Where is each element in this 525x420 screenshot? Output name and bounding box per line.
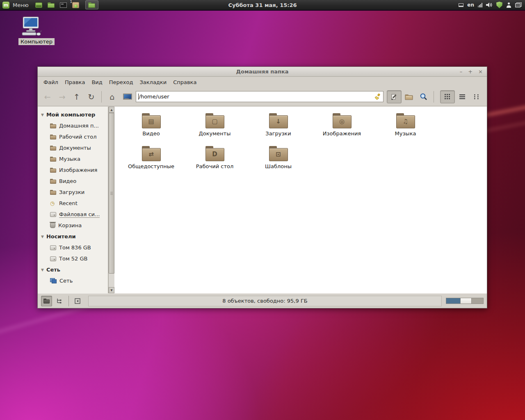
folder-desktop[interactable]: D Рабочий стол	[183, 144, 247, 177]
sidebar-item-music[interactable]: Музыка	[38, 153, 108, 164]
home-button[interactable]: ⌂	[105, 90, 119, 103]
sidebar-section-media[interactable]: ▼ Носители	[38, 231, 108, 242]
tree-pane-button[interactable]	[53, 296, 64, 306]
network-signal-icon[interactable]	[478, 3, 482, 7]
user-account-icon[interactable]	[506, 2, 511, 8]
expander-triangle-icon[interactable]: ▼	[41, 113, 44, 117]
folder-label: Загрузки	[265, 130, 291, 137]
minimize-button[interactable]: –	[460, 67, 463, 76]
zoom-slider[interactable]	[446, 298, 484, 304]
folder-public[interactable]: ⇄ Общедоступные	[119, 144, 183, 177]
music-emblem-icon: ♫	[396, 118, 415, 125]
file-view[interactable]: ▤ Видео ▢ Документы ↓ Загрузки ◎ Изображ…	[114, 107, 487, 293]
sidebar-item-desktop[interactable]: Рабочий стол	[38, 131, 108, 142]
folder-downloads[interactable]: ↓ Загрузки	[247, 112, 310, 144]
sidebar-section-computer[interactable]: ▼ Мой компьютер	[38, 109, 108, 120]
folder-music[interactable]: ♫ Музыка	[374, 112, 437, 144]
toggle-location-entry-button[interactable]	[387, 90, 402, 103]
sidebar-item-downloads[interactable]: Загрузки	[38, 187, 108, 198]
section-label: Носители	[46, 233, 76, 240]
folder-pictures[interactable]: ◎ Изображения	[310, 112, 374, 144]
menu-file[interactable]: Файл	[40, 78, 62, 87]
sidebar-item-volume-52[interactable]: Том 52 GB	[38, 253, 108, 264]
trash-icon	[50, 223, 55, 228]
keyboard-layout-indicator[interactable]: en	[467, 2, 474, 8]
desktop-computer-icon[interactable]: Компьютер	[18, 16, 55, 45]
status-text: 8 объектов, свободно: 95,9 ГБ	[222, 298, 307, 304]
sidebar-item-documents[interactable]: Документы	[38, 142, 108, 153]
sidebar-item-home[interactable]: Домашняя п...	[38, 120, 108, 131]
close-button[interactable]: ×	[478, 67, 483, 76]
search-button[interactable]	[416, 90, 431, 103]
document-emblem-icon: ▢	[205, 118, 224, 125]
expander-triangle-icon[interactable]: ▼	[41, 268, 44, 272]
sidebar-scrollbar[interactable]: ▲ ▼	[108, 107, 114, 293]
sidebar-item-network[interactable]: Сеть	[38, 275, 108, 286]
menu-bookmarks[interactable]: Закладки	[136, 78, 170, 87]
scrollbar-thumb[interactable]	[109, 113, 114, 274]
folder-icon: ⇄	[142, 146, 161, 161]
menu-edit[interactable]: Правка	[62, 78, 88, 87]
sidebar-item-label: Том 836 GB	[59, 244, 91, 251]
sidebar-item-recent[interactable]: ◷ Recent	[38, 198, 108, 209]
displays-icon[interactable]	[515, 2, 522, 7]
window-titlebar[interactable]: Домашняя папка – + ×	[38, 67, 487, 77]
sidebar-item-label: Документы	[59, 145, 91, 151]
sidebar-item-videos[interactable]: Видео	[38, 176, 108, 187]
minimized-window-icon[interactable]	[459, 3, 463, 7]
panel-clock[interactable]: Суббота 31 мая, 15:26	[0, 2, 525, 8]
up-button[interactable]: ↑	[69, 90, 84, 103]
statusbar-separator	[68, 296, 69, 306]
folder-templates[interactable]: ⊡ Шаблоны	[247, 144, 310, 177]
sidebar-item-trash[interactable]: Корзина	[38, 220, 108, 231]
folder-icon: ↓	[269, 113, 288, 128]
location-bar[interactable]: /home/user	[136, 91, 384, 102]
refresh-button[interactable]: ↻	[84, 90, 99, 103]
volume-icon[interactable]	[486, 2, 493, 8]
computer-monitor-icon	[18, 16, 43, 37]
sidebar-item-volume-836[interactable]: Том 836 GB	[38, 242, 108, 253]
folder-icon: ▢	[205, 113, 224, 128]
back-button[interactable]: ←	[40, 90, 55, 103]
file-manager-window: Домашняя папка – + × Файл Правка Вид Пер…	[37, 66, 487, 308]
sidebar-section-network[interactable]: ▼ Сеть	[38, 264, 108, 275]
text-caret	[138, 94, 139, 100]
status-frame: 8 объектов, свободно: 95,9 ГБ	[88, 296, 442, 306]
window-title: Домашняя папка	[38, 68, 487, 75]
videos-folder-icon	[50, 179, 56, 184]
zoom-slider-thumb[interactable]	[460, 298, 472, 304]
scroll-down-button[interactable]: ▼	[109, 287, 114, 293]
icon-view-button[interactable]	[440, 90, 455, 103]
folder-videos[interactable]: ▤ Видео	[119, 112, 183, 144]
maximize-button[interactable]: +	[468, 67, 472, 76]
sidebar-item-filesystem[interactable]: Файловая си...	[38, 209, 108, 220]
menu-view[interactable]: Вид	[88, 78, 105, 87]
sidebar-item-label: Сеть	[59, 278, 73, 284]
statusbar: 8 объектов, свободно: 95,9 ГБ	[38, 293, 487, 308]
documents-folder-icon	[50, 146, 56, 151]
places-pane-button[interactable]	[41, 296, 52, 306]
menu-help[interactable]: Справка	[170, 78, 200, 87]
new-folder-button[interactable]	[402, 90, 416, 103]
top-panel: m Меню 1 Суббота 31 мая, 15:26 en	[0, 0, 525, 11]
list-view-button[interactable]	[455, 90, 470, 103]
forward-button[interactable]: →	[55, 90, 70, 103]
desktop-icon-label: Компьютер	[18, 38, 55, 45]
computer-button[interactable]	[119, 90, 134, 103]
scroll-up-button[interactable]: ▲	[109, 107, 114, 113]
update-shield-icon[interactable]	[496, 2, 502, 8]
filesystem-drive-icon	[50, 212, 56, 217]
expander-triangle-icon[interactable]: ▼	[41, 235, 44, 239]
sidebar-item-label: Музыка	[59, 156, 80, 162]
sidebar-item-label: Корзина	[58, 222, 82, 228]
sidebar-item-pictures[interactable]: Изображения	[38, 164, 108, 176]
sidebar-item-label: Recent	[59, 200, 78, 206]
menu-go[interactable]: Переход	[106, 78, 137, 87]
clear-location-icon[interactable]	[374, 93, 381, 100]
downloads-folder-icon	[50, 190, 56, 195]
folder-label: Музыка	[395, 130, 416, 137]
compact-view-button[interactable]	[470, 90, 484, 103]
hide-sidebar-button[interactable]	[72, 296, 83, 306]
folder-documents[interactable]: ▢ Документы	[183, 112, 247, 144]
folder-label: Рабочий стол	[196, 163, 233, 169]
